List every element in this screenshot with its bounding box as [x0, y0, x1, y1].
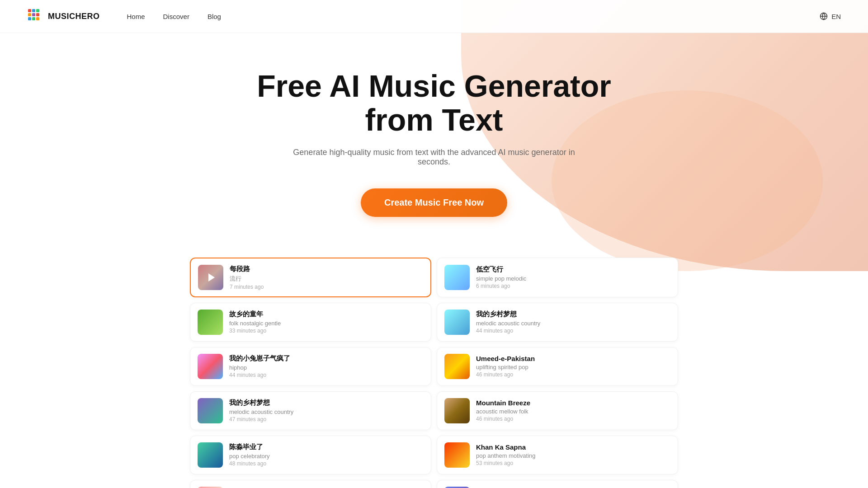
svg-rect-1 — [32, 9, 35, 12]
nav-right: EN — [820, 12, 841, 20]
music-thumb-card9 — [198, 442, 223, 468]
nav-discover[interactable]: Discover — [163, 13, 189, 20]
music-card-card10[interactable]: Khan Ka Sapna pop anthem motivating 53 m… — [437, 436, 678, 474]
music-info-card9: 陈淼毕业了 pop celebratory 48 minutes ago — [229, 443, 424, 467]
music-tags-card6: uplifting spirited pop — [476, 364, 670, 371]
music-info-card1: 每段路 流行 7 minutes ago — [230, 265, 423, 290]
music-time-card10: 53 minutes ago — [476, 460, 670, 466]
music-thumb-card3 — [198, 310, 223, 335]
music-tags-card5: hiphop — [229, 364, 424, 371]
music-info-card7: 我的乡村梦想 melodic acoustic country 47 minut… — [229, 399, 424, 422]
music-time-card2: 6 minutes ago — [476, 283, 670, 289]
music-title-card2: 低空飞行 — [476, 265, 670, 274]
music-card-card12[interactable]: 霸气一人 古风，戏剧性，磅礴 — [437, 480, 678, 488]
music-card-card3[interactable]: 故乡的童年 folk nostalgic gentle 33 minutes a… — [190, 303, 431, 342]
svg-rect-6 — [28, 17, 31, 20]
music-thumb-card11 — [198, 487, 223, 488]
svg-rect-8 — [36, 17, 39, 20]
music-info-card4: 我的乡村梦想 melodic acoustic country 44 minut… — [476, 310, 670, 334]
music-tags-card3: folk nostalgic gentle — [229, 320, 424, 327]
svg-rect-4 — [32, 13, 35, 16]
music-tags-card1: 流行 — [230, 275, 423, 283]
music-card-card7[interactable]: 我的乡村梦想 melodic acoustic country 47 minut… — [190, 391, 431, 430]
music-card-card1[interactable]: 每段路 流行 7 minutes ago — [190, 258, 431, 297]
music-card-card6[interactable]: Umeed-e-Pakistan uplifting spirited pop … — [437, 347, 678, 386]
navbar: MUSICHERO Home Discover Blog EN — [0, 0, 868, 33]
nav-links: Home Discover Blog — [127, 13, 820, 20]
music-title-card10: Khan Ka Sapna — [476, 443, 670, 451]
music-grid-container: 每段路 流行 7 minutes ago 低空飞行 simple pop mel… — [163, 258, 705, 488]
music-title-card4: 我的乡村梦想 — [476, 310, 670, 319]
music-info-card10: Khan Ka Sapna pop anthem motivating 53 m… — [476, 443, 670, 466]
hero-title: Free AI Music Generator from Text — [231, 69, 637, 137]
music-title-card8: Mountain Breeze — [476, 399, 670, 407]
logo-icon — [27, 8, 43, 24]
music-thumb-card1 — [198, 265, 223, 290]
hero-section: Free AI Music Generator from Text Genera… — [0, 33, 868, 239]
music-tags-card8: acoustic mellow folk — [476, 408, 670, 415]
music-title-card6: Umeed-e-Pakistan — [476, 355, 670, 362]
music-time-card1: 7 minutes ago — [230, 284, 423, 290]
music-thumb-card12 — [444, 487, 470, 488]
music-grid: 每段路 流行 7 minutes ago 低空飞行 simple pop mel… — [190, 258, 678, 488]
music-title-card5: 我的小兔崽子气疯了 — [229, 354, 424, 363]
svg-rect-5 — [36, 13, 39, 16]
music-card-card9[interactable]: 陈淼毕业了 pop celebratory 48 minutes ago — [190, 436, 431, 474]
music-title-card9: 陈淼毕业了 — [229, 443, 424, 451]
music-thumb-card2 — [444, 265, 470, 290]
music-time-card6: 46 minutes ago — [476, 371, 670, 378]
play-overlay — [198, 265, 223, 290]
music-tags-card7: melodic acoustic country — [229, 408, 424, 415]
music-thumb-card4 — [444, 310, 470, 335]
language-icon — [820, 12, 828, 20]
nav-home[interactable]: Home — [127, 13, 145, 20]
logo[interactable]: MUSICHERO — [27, 8, 100, 24]
music-title-card1: 每段路 — [230, 265, 423, 273]
svg-rect-0 — [28, 9, 31, 12]
music-info-card6: Umeed-e-Pakistan uplifting spirited pop … — [476, 355, 670, 378]
music-info-card2: 低空飞行 simple pop melodic 6 minutes ago — [476, 265, 670, 289]
music-card-card5[interactable]: 我的小兔崽子气疯了 hiphop 44 minutes ago — [190, 347, 431, 386]
music-card-card11[interactable]: 霸气一人 古风，戏剧性，磅礴 — [190, 480, 431, 488]
svg-rect-7 — [32, 17, 35, 20]
music-tags-card9: pop celebratory — [229, 453, 424, 460]
logo-text: MUSICHERO — [48, 12, 100, 21]
music-card-card8[interactable]: Mountain Breeze acoustic mellow folk 46 … — [437, 391, 678, 430]
music-tags-card2: simple pop melodic — [476, 275, 670, 282]
music-time-card9: 48 minutes ago — [229, 460, 424, 467]
music-card-card2[interactable]: 低空飞行 simple pop melodic 6 minutes ago — [437, 258, 678, 297]
svg-rect-2 — [36, 9, 39, 12]
play-icon — [208, 273, 215, 282]
music-tags-card4: melodic acoustic country — [476, 320, 670, 327]
music-tags-card10: pop anthem motivating — [476, 452, 670, 459]
music-card-card4[interactable]: 我的乡村梦想 melodic acoustic country 44 minut… — [437, 303, 678, 342]
music-info-card5: 我的小兔崽子气疯了 hiphop 44 minutes ago — [229, 354, 424, 378]
music-time-card7: 47 minutes ago — [229, 416, 424, 422]
create-music-button[interactable]: Create Music Free Now — [361, 188, 507, 217]
hero-subtitle: Generate high-quality music from text wi… — [276, 148, 592, 167]
music-thumb-card6 — [444, 354, 470, 379]
music-time-card8: 46 minutes ago — [476, 416, 670, 422]
music-time-card5: 44 minutes ago — [229, 372, 424, 378]
music-thumb-card8 — [444, 398, 470, 423]
music-thumb-card7 — [198, 398, 223, 423]
music-title-card3: 故乡的童年 — [229, 310, 424, 319]
music-thumb-card10 — [444, 442, 470, 468]
music-time-card3: 33 minutes ago — [229, 328, 424, 334]
nav-blog[interactable]: Blog — [208, 13, 221, 20]
music-time-card4: 44 minutes ago — [476, 328, 670, 334]
music-title-card7: 我的乡村梦想 — [229, 399, 424, 407]
music-thumb-card5 — [198, 354, 223, 379]
svg-rect-3 — [28, 13, 31, 16]
music-info-card8: Mountain Breeze acoustic mellow folk 46 … — [476, 399, 670, 422]
music-info-card3: 故乡的童年 folk nostalgic gentle 33 minutes a… — [229, 310, 424, 334]
lang-label[interactable]: EN — [831, 13, 841, 20]
